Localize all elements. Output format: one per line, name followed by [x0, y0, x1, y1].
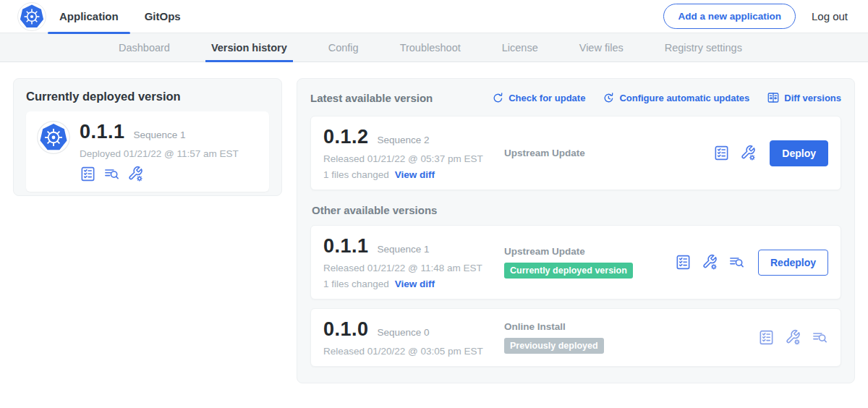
sequence-label: Sequence 1	[378, 244, 430, 255]
version-source-label: Upstream Update	[504, 148, 585, 158]
schedule-icon	[603, 92, 615, 104]
sequence-label: Sequence 0	[378, 327, 430, 338]
subtab-license[interactable]: License	[502, 33, 538, 62]
wrench-gear-icon[interactable]	[785, 329, 801, 346]
version-source-label: Online Install	[504, 321, 566, 332]
refresh-icon	[492, 92, 504, 104]
previously-deployed-badge: Previously deployed	[504, 338, 604, 354]
deployed-panel-title: Currently deployed version	[26, 90, 269, 103]
logout-button[interactable]: Log out	[812, 10, 848, 22]
currently-deployed-panel: Currently deployed version 0.1.1 Sequenc…	[13, 78, 282, 196]
version-number: 0.1.2	[323, 126, 369, 148]
tab-application[interactable]: Application	[46, 0, 132, 33]
check-for-update-label: Check for update	[509, 93, 585, 103]
subtab-view-files[interactable]: View files	[579, 33, 624, 62]
available-versions-panel: Latest available version Check for updat…	[297, 78, 855, 383]
version-number: 0.1.0	[323, 318, 369, 341]
configure-automatic-updates-link[interactable]: Configure automatic updates	[603, 91, 749, 104]
add-application-button[interactable]: Add a new application	[663, 4, 796, 29]
check-for-update-link[interactable]: Check for update	[492, 91, 585, 104]
deployed-version-card: 0.1.1 Sequence 1 Deployed 01/21/22 @ 11:…	[26, 111, 269, 192]
checklist-icon[interactable]	[80, 166, 96, 182]
version-card-0-1-2: 0.1.2 Sequence 2 Released 01/21/22 @ 05:…	[310, 116, 841, 190]
diff-versions-link[interactable]: Diff versions	[767, 91, 841, 104]
version-card-0-1-0: 0.1.0 Sequence 0 Released 01/20/22 @ 03:…	[310, 308, 841, 367]
currently-deployed-badge: Currently deployed version	[504, 263, 633, 279]
deploy-button[interactable]: Deploy	[770, 140, 828, 166]
kubernetes-logo-icon	[17, 2, 46, 31]
view-diff-link[interactable]: View diff	[395, 169, 435, 180]
file-search-icon[interactable]	[812, 329, 828, 346]
released-timestamp: Released 01/21/22 @ 05:37 pm EST	[323, 153, 504, 164]
checklist-icon[interactable]	[758, 329, 775, 346]
latest-available-title: Latest available version	[310, 92, 433, 104]
subtab-registry-settings[interactable]: Registry settings	[665, 33, 742, 62]
released-timestamp: Released 01/21/22 @ 11:48 am EST	[323, 263, 504, 273]
checklist-icon[interactable]	[713, 145, 730, 161]
version-card-0-1-1: 0.1.1 Sequence 1 Released 01/21/22 @ 11:…	[310, 225, 841, 299]
file-search-icon[interactable]	[728, 254, 745, 271]
configure-automatic-updates-label: Configure automatic updates	[619, 93, 749, 103]
deployed-version-number: 0.1.1	[80, 121, 125, 143]
file-search-icon[interactable]	[103, 166, 120, 182]
subtab-troubleshoot[interactable]: Troubleshoot	[400, 33, 461, 62]
app-logo-icon	[37, 121, 70, 154]
subtab-dashboard[interactable]: Dashboard	[119, 33, 170, 62]
version-number: 0.1.1	[323, 235, 369, 258]
diff-icon	[767, 91, 780, 104]
checklist-icon[interactable]	[675, 254, 692, 271]
deployed-timestamp: Deployed 01/21/22 @ 11:57 am EST	[80, 148, 239, 159]
deployed-sequence-label: Sequence 1	[134, 129, 186, 140]
redeploy-button[interactable]: Redeploy	[758, 250, 828, 276]
subtab-config[interactable]: Config	[328, 33, 359, 62]
app-sub-nav: Dashboard Version history Config Trouble…	[0, 33, 868, 62]
released-timestamp: Released 01/20/22 @ 03:05 pm EST	[323, 346, 504, 357]
subtab-version-history[interactable]: Version history	[211, 33, 287, 62]
tab-gitops[interactable]: GitOps	[132, 0, 194, 33]
wrench-gear-icon[interactable]	[127, 166, 144, 182]
files-changed-label: 1 files changed	[323, 279, 389, 289]
files-changed-label: 1 files changed	[323, 169, 389, 180]
top-nav: Application GitOps Add a new application…	[0, 0, 868, 33]
wrench-gear-icon[interactable]	[702, 254, 718, 271]
other-versions-title: Other available versions	[312, 204, 841, 216]
version-source-label: Upstream Update	[504, 246, 585, 257]
view-diff-link[interactable]: View diff	[395, 279, 435, 289]
wrench-gear-icon[interactable]	[740, 145, 757, 161]
sequence-label: Sequence 2	[378, 135, 430, 145]
diff-versions-label: Diff versions	[784, 93, 841, 103]
